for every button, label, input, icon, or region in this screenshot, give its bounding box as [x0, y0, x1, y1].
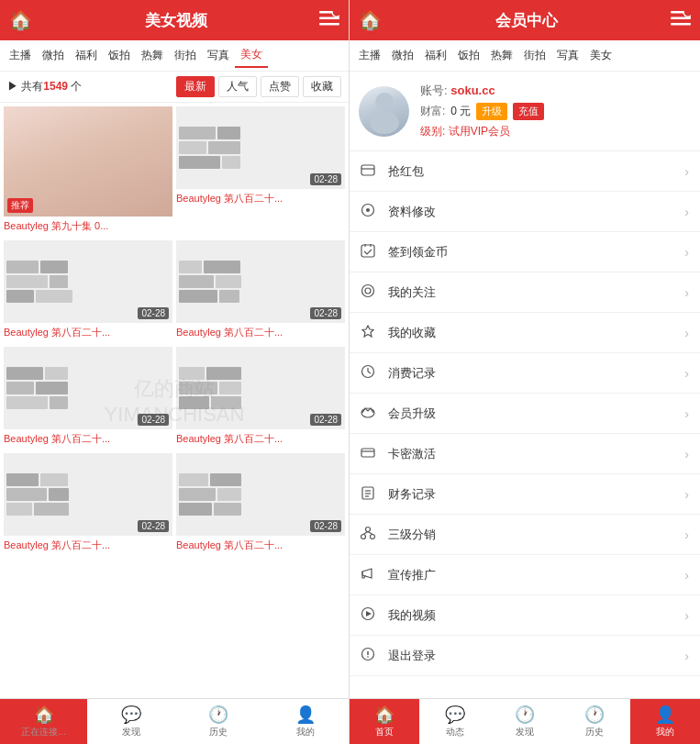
left-nav-tab-2[interactable]: 福利 [70, 44, 103, 67]
video-item-2[interactable]: 02-28 Beautyleg 第八百二十... [176, 106, 345, 233]
video-item-8[interactable]: 02-28 Beautyleg 第八百二十... [176, 453, 345, 552]
menu-label-profile-edit: 资料修改 [388, 204, 684, 220]
left-bottom-nav-home[interactable]: 🏠 正在连接... [0, 699, 87, 744]
left-nav-tab-3[interactable]: 饭拍 [103, 44, 136, 67]
arrow-icon-11: › [684, 608, 689, 623]
menu-item-vip-upgrade[interactable]: 会员升级 › [350, 394, 700, 434]
right-home-icon[interactable]: 🏠 [359, 9, 382, 31]
left-bottom-nav-discover[interactable]: 💬 发现 [87, 699, 174, 744]
arrow-icon-9: › [684, 527, 689, 542]
left-nav-tab-4[interactable]: 热舞 [136, 44, 169, 67]
menu-item-my-videos[interactable]: 我的视频 › [350, 595, 700, 636]
svg-marker-19 [362, 326, 373, 337]
upgrade-button[interactable]: 升级 [476, 103, 507, 120]
menu-item-following[interactable]: 我的关注 › [350, 272, 700, 313]
arrow-icon-2: › [684, 245, 689, 260]
menu-item-favorites[interactable]: 我的收藏 › [350, 313, 700, 353]
video-date-5: 02-28 [138, 414, 169, 426]
right-bottom-nav-mine[interactable]: 👤 我的 [630, 699, 700, 744]
video-item-7[interactable]: 02-28 Beautyleg 第八百二十... [4, 453, 172, 552]
menu-item-finance[interactable]: 财务记录 › [350, 474, 700, 515]
video-item-4[interactable]: 02-28 Beautyleg 第八百二十... [176, 240, 345, 339]
menu-item-distribution[interactable]: 三级分销 › [350, 515, 700, 555]
right-bottom-nav-discover[interactable]: 🕐 发现 [490, 699, 560, 744]
filter-btn-collect[interactable]: 收藏 [303, 76, 341, 97]
menu-label-finance: 财务记录 [388, 486, 684, 503]
left-menu-icon[interactable] [319, 11, 339, 30]
left-nav-tab-7[interactable]: 美女 [235, 43, 268, 68]
menu-label-my-videos: 我的视频 [388, 607, 684, 624]
video-date-4: 02-28 [310, 307, 341, 319]
left-bottom-nav-mine[interactable]: 👤 我的 [261, 699, 349, 744]
menu-item-consumption[interactable]: 消费记录 › [350, 353, 700, 394]
right-bottom-nav-history[interactable]: 🕐 历史 [560, 699, 629, 744]
svg-rect-24 [361, 449, 374, 457]
menu-label-logout: 退出登录 [388, 648, 684, 664]
menu-item-profile-edit[interactable]: 资料修改 › [350, 192, 700, 232]
filter-btn-latest[interactable]: 最新 [176, 76, 215, 97]
menu-label-favorites: 我的收藏 [388, 325, 684, 341]
video-count: 1549 [43, 80, 68, 93]
member-profile: 账号: soku.cc 财富: 0 元 升级 充值 级别: 试用VIP会员 [350, 72, 700, 151]
video-date-3: 02-28 [138, 307, 169, 319]
profile-edit-icon [361, 203, 379, 220]
arrow-icon-10: › [684, 568, 689, 583]
left-home-icon[interactable]: 🏠 [9, 9, 32, 31]
right-nav-tab-4[interactable]: 热舞 [485, 44, 518, 67]
video-title-8: Beautyleg 第八百二十... [176, 539, 345, 552]
checkin-icon [361, 243, 379, 261]
right-menu-icon[interactable] [671, 11, 691, 30]
right-nav-tab-7[interactable]: 美女 [584, 44, 617, 67]
left-nav-tab-6[interactable]: 写真 [202, 44, 235, 67]
svg-point-30 [366, 527, 371, 532]
recharge-button[interactable]: 充值 [513, 103, 544, 120]
following-icon [361, 283, 379, 301]
menu-item-checkin[interactable]: 签到领金币 › [350, 232, 700, 272]
arrow-icon-12: › [684, 649, 689, 663]
right-mine-icon: 👤 [655, 705, 675, 725]
right-nav-tab-6[interactable]: 写真 [551, 44, 584, 67]
svg-point-40 [367, 656, 369, 658]
filter-btn-popular[interactable]: 人气 [218, 76, 257, 97]
video-date-6: 02-28 [310, 414, 341, 426]
svg-line-22 [368, 372, 371, 373]
video-grid-wrapper: 亿的商站YIMANCHISAN 推荐 Beautyleg 第九十集 0... [0, 103, 349, 698]
left-nav-tab-0[interactable]: 主播 [4, 44, 37, 67]
promotion-icon [361, 566, 379, 583]
left-panel: 🏠 美女视频 主播 微拍 福利 饭拍 热舞 街拍 写真 美女 ▶ 共有1549 … [0, 0, 350, 744]
video-item-6[interactable]: 02-28 Beautyleg 第八百二十... [176, 347, 345, 446]
profile-account: 账号: soku.cc [420, 83, 691, 99]
menu-item-logout[interactable]: 退出登录 › [350, 636, 700, 676]
video-date-7: 02-28 [138, 520, 169, 532]
right-nav-tab-0[interactable]: 主播 [353, 44, 386, 67]
right-nav-tab-5[interactable]: 街拍 [518, 44, 551, 67]
right-discover-icon: 🕐 [515, 705, 535, 725]
video-title-3: Beautyleg 第八百二十... [4, 326, 172, 339]
right-nav-tab-1[interactable]: 微拍 [386, 44, 419, 67]
svg-point-31 [361, 535, 366, 539]
svg-point-17 [362, 285, 374, 297]
video-title-6: Beautyleg 第八百二十... [176, 432, 345, 446]
left-nav-tab-5[interactable]: 街拍 [169, 44, 202, 67]
video-grid: 推荐 Beautyleg 第九十集 0... 02-28 Beautyle [0, 103, 349, 563]
history-label: 历史 [209, 726, 228, 738]
right-nav-tab-3[interactable]: 饭拍 [452, 44, 485, 67]
account-label: 账号: [420, 83, 450, 97]
menu-item-card-activate[interactable]: 卡密激活 › [350, 434, 700, 474]
right-bottom-nav-home[interactable]: 🏠 首页 [350, 699, 419, 744]
menu-item-red-packet[interactable]: 抢红包 › [350, 151, 700, 192]
right-bottom-nav-dynamic[interactable]: 💬 动态 [419, 699, 489, 744]
left-bottom-nav: 🏠 正在连接... 💬 发现 🕐 历史 👤 我的 [0, 698, 349, 744]
consumption-icon [361, 364, 379, 382]
left-bottom-nav-history[interactable]: 🕐 历史 [174, 699, 261, 744]
svg-rect-10 [361, 165, 374, 175]
video-item-3[interactable]: 02-28 Beautyleg 第八百二十... [4, 240, 172, 339]
left-nav-tab-1[interactable]: 微拍 [37, 44, 70, 67]
right-nav-tab-2[interactable]: 福利 [419, 44, 452, 67]
video-title-1: Beautyleg 第九十集 0... [4, 219, 172, 233]
menu-item-promotion[interactable]: 宣传推广 › [350, 555, 700, 595]
video-item-5[interactable]: 02-28 Beautyleg 第八百二十... [4, 347, 172, 446]
menu-label-promotion: 宣传推广 [388, 567, 684, 583]
filter-btn-likes[interactable]: 点赞 [261, 76, 299, 97]
video-item-1[interactable]: 推荐 Beautyleg 第九十集 0... [4, 106, 172, 233]
